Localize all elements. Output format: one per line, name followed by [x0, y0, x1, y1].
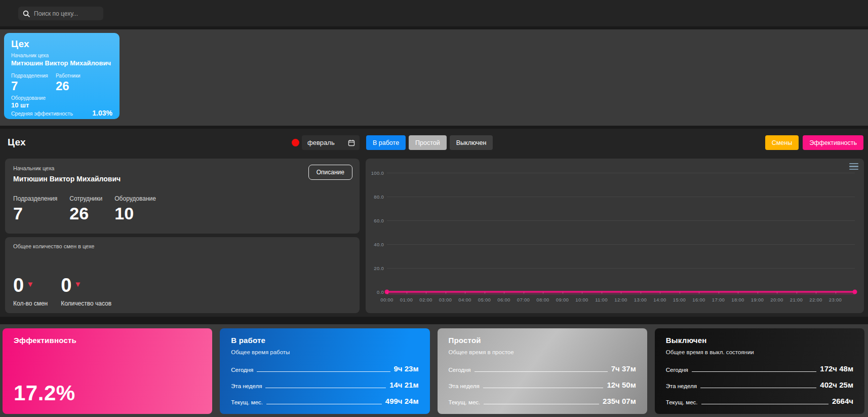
- panel-actions: Смены Эффективность: [765, 135, 863, 150]
- status-filter-off[interactable]: Выключен: [450, 135, 493, 150]
- recording-indicator-dot: [292, 139, 299, 146]
- x-axis-label: 03:00: [439, 297, 452, 302]
- x-axis-tick: [387, 292, 387, 294]
- workshop-hero-card[interactable]: Цех Начальник цеха Митюшин Виктор Михайл…: [4, 33, 120, 119]
- x-axis-tick: [426, 292, 426, 294]
- stat-row: Эта неделя 402ч 25м: [666, 381, 853, 389]
- manager-name: Митюшин Виктор Михайлович: [11, 59, 112, 67]
- dashboard-screen: Цех Начальник цеха Митюшин Виктор Михайл…: [0, 0, 868, 417]
- shift-count-metric: 0 ▼ Кол-во смен: [13, 276, 48, 307]
- y-axis-label: 20.0: [366, 266, 384, 271]
- shifts-card-title: Общее количество смен в цехе: [13, 243, 351, 249]
- x-axis-tick: [797, 292, 797, 294]
- stat-row: Текущ. мес. 2664ч: [666, 397, 853, 405]
- hero-stat-workers: Работники 26: [56, 70, 100, 92]
- trend-down-icon: ▼: [74, 280, 82, 288]
- y-axis-label: 60.0: [366, 218, 384, 223]
- efficiency-card[interactable]: Эффективность 17.2%: [3, 328, 212, 414]
- x-axis-label: 00:00: [380, 297, 393, 302]
- idle-card[interactable]: Простой Общее время в простое Сегодня 7ч…: [438, 328, 647, 414]
- x-axis-tick: [641, 292, 641, 294]
- x-axis-tick: [407, 292, 407, 294]
- x-axis-label: 07:00: [517, 297, 530, 302]
- manager-label: Начальник цеха: [11, 53, 112, 58]
- x-axis-tick: [758, 292, 758, 294]
- x-axis-label: 19:00: [751, 297, 764, 302]
- search-input[interactable]: [34, 10, 99, 17]
- manager-label: Начальник цеха: [13, 165, 351, 171]
- x-axis-label: 11:00: [595, 297, 608, 302]
- stat-row: Сегодня 172ч 48м: [666, 364, 853, 373]
- month-select-value: февраль: [307, 139, 335, 146]
- line-endpoint-marker: [853, 290, 857, 294]
- x-axis-label: 08:00: [536, 297, 549, 302]
- search-icon: [23, 10, 30, 17]
- x-axis-tick: [836, 292, 836, 294]
- x-axis-label: 05:00: [478, 297, 491, 302]
- stat-equipment: Оборудование 10: [114, 195, 156, 223]
- stat-employees: Сотрудники 26: [69, 195, 102, 223]
- x-axis-tick: [816, 292, 816, 294]
- x-axis-label: 16:00: [692, 297, 705, 302]
- x-axis-tick: [582, 292, 582, 294]
- y-axis-label: 100.0: [366, 170, 384, 176]
- x-axis-tick: [446, 292, 446, 294]
- chart-menu-icon[interactable]: [849, 163, 858, 170]
- x-axis-label: 22:00: [809, 297, 822, 302]
- off-card[interactable]: Выключен Общее время в выкл. состоянии С…: [655, 328, 864, 414]
- efficiency-big-value: 17.2%: [14, 381, 201, 405]
- stat-subdivisions: Подразделения 7: [13, 195, 57, 223]
- shifts-button[interactable]: Смены: [765, 135, 799, 150]
- x-axis-tick: [543, 292, 543, 294]
- status-filter-working[interactable]: В работе: [366, 135, 406, 150]
- equipment-value: 10 шт: [11, 101, 112, 109]
- x-axis-tick: [777, 292, 777, 294]
- x-axis-label: 06:00: [497, 297, 510, 302]
- stat-row: Сегодня 9ч 23м: [231, 364, 418, 373]
- hero-stat-subdivisions: Подразделения 7: [11, 70, 56, 92]
- panel-title: Цех: [8, 137, 26, 148]
- avg-efficiency-label: Средняя эффективность: [11, 110, 73, 117]
- x-axis-tick: [738, 292, 738, 294]
- description-button[interactable]: Описание: [308, 165, 352, 180]
- working-card[interactable]: В работе Общее время работы Сегодня 9ч 2…: [220, 328, 429, 414]
- hero-section: Цех Начальник цеха Митюшин Виктор Михайл…: [0, 29, 868, 126]
- hero-card-title: Цех: [11, 39, 112, 50]
- trend-down-icon: ▼: [26, 280, 34, 288]
- workshop-panel: Цех февраль В работе Простой Выключен См…: [0, 129, 868, 317]
- x-axis-label: 13:00: [634, 297, 647, 302]
- x-axis-label: 21:00: [790, 297, 803, 302]
- status-chart: 0.020.040.060.080.0100.000:0001:0002:000…: [366, 159, 864, 313]
- equipment-label: Оборудование: [11, 95, 112, 101]
- stat-row: Текущ. мес. 235ч 07м: [449, 397, 636, 405]
- summary-section: Эффективность 17.2% В работе Общее время…: [0, 324, 868, 417]
- stat-row: Сегодня 7ч 37м: [449, 364, 636, 373]
- x-axis-tick: [524, 292, 524, 294]
- x-axis-tick: [563, 292, 563, 294]
- efficiency-button[interactable]: Эффективность: [803, 135, 863, 150]
- x-axis-tick: [699, 292, 699, 294]
- x-axis-label: 18:00: [731, 297, 744, 302]
- y-axis-label: 0.0: [366, 289, 384, 295]
- month-select[interactable]: февраль: [302, 135, 360, 150]
- x-axis-label: 10:00: [575, 297, 588, 302]
- calendar-icon: [348, 139, 355, 146]
- efficiency-line-series: [387, 173, 855, 292]
- x-axis-label: 09:00: [556, 297, 569, 302]
- stat-row: Эта неделя 12ч 50м: [449, 381, 636, 389]
- shifts-card: Общее количество смен в цехе 0 ▼ Кол-во …: [5, 237, 360, 313]
- x-axis-tick: [680, 292, 680, 294]
- x-axis-label: 01:00: [400, 297, 413, 302]
- x-axis-tick: [485, 292, 485, 294]
- search-box: [18, 7, 103, 20]
- status-filter-idle[interactable]: Простой: [409, 135, 447, 150]
- x-axis-label: 15:00: [673, 297, 686, 302]
- stat-row: Эта неделя 14ч 21м: [231, 381, 418, 389]
- avg-efficiency-value: 1.03%: [92, 109, 112, 117]
- x-axis-tick: [719, 292, 719, 294]
- x-axis-label: 04:00: [458, 297, 471, 302]
- shift-hours-metric: 0 ▼ Количество часов: [61, 276, 111, 307]
- x-axis-label: 02:00: [419, 297, 432, 302]
- x-axis-label: 14:00: [653, 297, 666, 302]
- x-axis-tick: [602, 292, 602, 294]
